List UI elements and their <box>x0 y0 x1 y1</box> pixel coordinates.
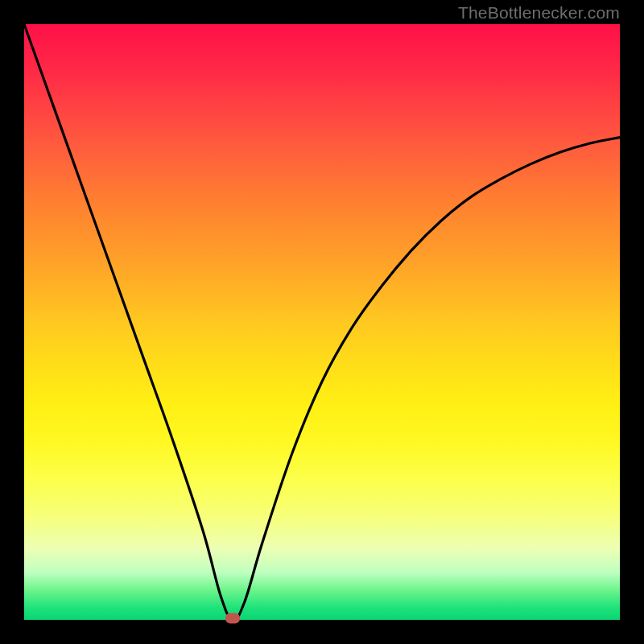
chart-svg <box>24 24 620 620</box>
bottleneck-curve-line <box>24 24 620 620</box>
watermark-text: TheBottlenecker.com <box>458 3 620 23</box>
optimal-point-marker <box>225 613 240 624</box>
